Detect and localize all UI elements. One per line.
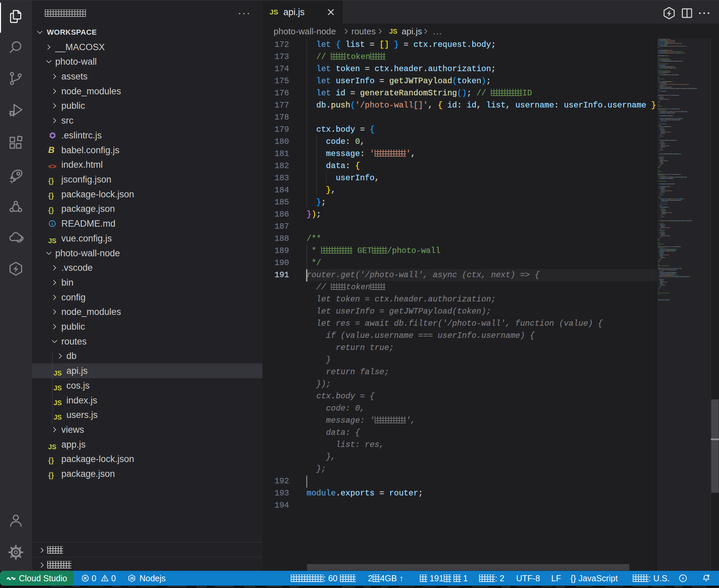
svg-text:JS: JS — [130, 576, 134, 580]
